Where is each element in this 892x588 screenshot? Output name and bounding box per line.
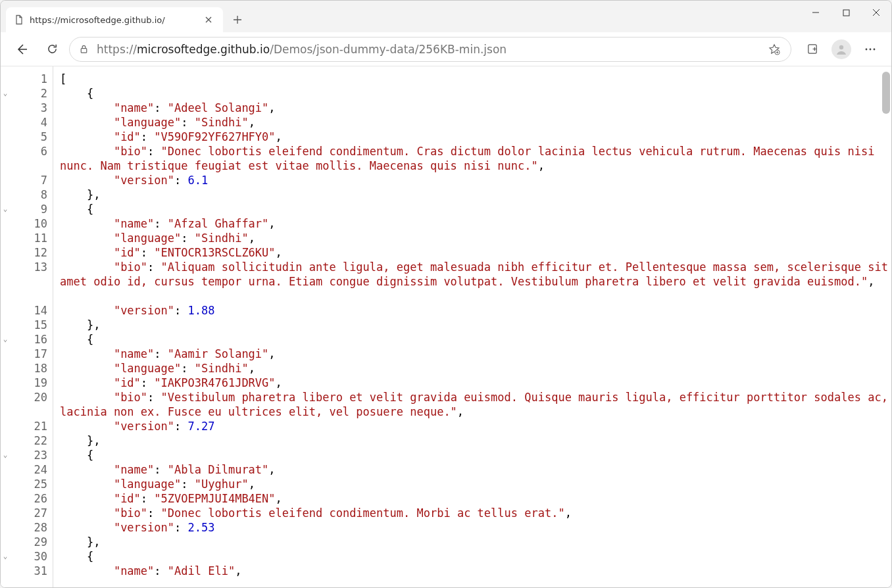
line-number: 10 bbox=[10, 216, 47, 231]
line-number: 15 bbox=[10, 318, 47, 332]
titlebar: https://microsoftedge.github.io/ bbox=[1, 1, 891, 32]
code-line: "language": "Sindhi", bbox=[60, 361, 891, 376]
line-gutter: 123456 78910111213 14151617181920 212223… bbox=[10, 66, 53, 588]
lock-icon bbox=[79, 44, 89, 54]
fold-toggle[interactable]: ⌄ bbox=[1, 86, 10, 101]
code-line: [ bbox=[60, 72, 891, 86]
code-line: "language": "Sindhi", bbox=[60, 115, 891, 130]
code-area[interactable]: [ { "name": "Adeel Solangi", "language":… bbox=[53, 66, 891, 588]
refresh-button[interactable] bbox=[39, 36, 65, 62]
minimize-button[interactable] bbox=[801, 1, 831, 24]
line-number: 11 bbox=[10, 231, 47, 245]
code-line: "language": "Sindhi", bbox=[60, 231, 891, 245]
code-line: "id": "ENTOCR13RSCLZ6KU", bbox=[60, 245, 891, 260]
svg-point-5 bbox=[866, 48, 868, 50]
svg-rect-1 bbox=[81, 49, 86, 53]
code-line: { bbox=[60, 332, 891, 347]
code-line: }, bbox=[60, 187, 891, 202]
fold-toggle[interactable]: ⌄ bbox=[1, 202, 10, 216]
back-button[interactable] bbox=[9, 36, 35, 62]
line-number: 26 bbox=[10, 491, 47, 506]
url-text: https://microsoftedge.github.io/Demos/js… bbox=[97, 43, 756, 56]
code-line: "version": 2.53 bbox=[60, 520, 891, 535]
line-number: 13 bbox=[10, 260, 47, 274]
line-number: 7 bbox=[10, 173, 47, 187]
code-line: "name": "Abla Dilmurat", bbox=[60, 462, 891, 477]
line-number: 18 bbox=[10, 361, 47, 376]
tab-title: https://microsoftedge.github.io/ bbox=[30, 15, 195, 25]
svg-point-7 bbox=[874, 48, 876, 50]
address-bar[interactable]: https://microsoftedge.github.io/Demos/js… bbox=[69, 37, 791, 62]
window-controls bbox=[801, 1, 891, 27]
json-viewer: ⌄⌄⌄⌄⌄ 123456 78910111213 14151617181920 … bbox=[1, 66, 891, 588]
line-number: 27 bbox=[10, 506, 47, 520]
fold-toggle[interactable]: ⌄ bbox=[1, 448, 10, 462]
code-line: { bbox=[60, 202, 891, 216]
fold-toggle[interactable]: ⌄ bbox=[1, 332, 10, 347]
maximize-button[interactable] bbox=[831, 1, 861, 24]
line-number: 25 bbox=[10, 477, 47, 491]
code-line: "name": "Adeel Solangi", bbox=[60, 101, 891, 115]
line-number: 20 bbox=[10, 390, 47, 404]
close-tab-button[interactable] bbox=[201, 12, 216, 28]
scrollbar-thumb[interactable] bbox=[882, 72, 890, 114]
code-line: "bio": "Vestibulum pharetra libero et ve… bbox=[60, 390, 891, 419]
line-number: 24 bbox=[10, 462, 47, 477]
code-line: "bio": "Donec lobortis eleifend condimen… bbox=[60, 506, 891, 520]
line-number: 2 bbox=[10, 86, 47, 101]
line-number: 5 bbox=[10, 130, 47, 144]
line-number: 12 bbox=[10, 245, 47, 260]
line-number: 28 bbox=[10, 520, 47, 535]
code-line: "name": "Afzal Ghaffar", bbox=[60, 216, 891, 231]
code-line: "version": 7.27 bbox=[60, 419, 891, 433]
code-line: "bio": "Donec lobortis eleifend condimen… bbox=[60, 144, 891, 173]
code-line: }, bbox=[60, 535, 891, 549]
line-number: 16 bbox=[10, 332, 47, 347]
code-line: }, bbox=[60, 318, 891, 332]
collections-button[interactable] bbox=[799, 36, 826, 62]
url-scheme: https:// bbox=[97, 43, 137, 56]
url-path: /Demos/json-dummy-data/256KB-min.json bbox=[270, 43, 507, 56]
code-line: "language": "Uyghur", bbox=[60, 477, 891, 491]
code-line: }, bbox=[60, 433, 891, 448]
close-window-button[interactable] bbox=[861, 1, 891, 24]
svg-point-4 bbox=[839, 45, 843, 49]
profile-button[interactable] bbox=[828, 36, 855, 62]
new-tab-button[interactable] bbox=[227, 9, 248, 30]
code-line: "name": "Adil Eli", bbox=[60, 564, 891, 578]
svg-rect-0 bbox=[843, 10, 849, 16]
line-number: 22 bbox=[10, 433, 47, 448]
code-line: "id": "5ZVOEPMJUI4MB4EN", bbox=[60, 491, 891, 506]
favorite-button[interactable] bbox=[764, 39, 784, 59]
fold-column[interactable]: ⌄⌄⌄⌄⌄ bbox=[1, 66, 10, 588]
menu-button[interactable] bbox=[857, 36, 883, 62]
fold-toggle[interactable]: ⌄ bbox=[1, 549, 10, 564]
line-number: 19 bbox=[10, 376, 47, 390]
code-line: "id": "IAKPO3R4761JDRVG", bbox=[60, 376, 891, 390]
page-icon bbox=[14, 14, 24, 25]
line-number: 29 bbox=[10, 535, 47, 549]
line-number: 6 bbox=[10, 144, 47, 159]
line-number: 30 bbox=[10, 549, 47, 564]
toolbar: https://microsoftedge.github.io/Demos/js… bbox=[1, 32, 891, 66]
line-number: 4 bbox=[10, 115, 47, 130]
url-host: microsoftedge.github.io bbox=[137, 43, 270, 56]
svg-point-6 bbox=[870, 48, 872, 50]
line-number: 23 bbox=[10, 448, 47, 462]
code-line: { bbox=[60, 448, 891, 462]
browser-tab[interactable]: https://microsoftedge.github.io/ bbox=[6, 7, 223, 32]
line-number: 1 bbox=[10, 72, 47, 86]
code-line: "bio": "Aliquam sollicitudin ante ligula… bbox=[60, 260, 891, 303]
avatar-icon bbox=[831, 39, 851, 59]
line-number: 3 bbox=[10, 101, 47, 115]
code-line: "id": "V59OF92YF627HFY0", bbox=[60, 130, 891, 144]
code-line: { bbox=[60, 86, 891, 101]
line-number: 14 bbox=[10, 303, 47, 318]
code-line: "version": 6.1 bbox=[60, 173, 891, 187]
code-line: { bbox=[60, 549, 891, 564]
line-number: 21 bbox=[10, 419, 47, 433]
code-line: "version": 1.88 bbox=[60, 303, 891, 318]
line-number: 8 bbox=[10, 187, 47, 202]
line-number: 17 bbox=[10, 347, 47, 361]
code-line: "name": "Aamir Solangi", bbox=[60, 347, 891, 361]
